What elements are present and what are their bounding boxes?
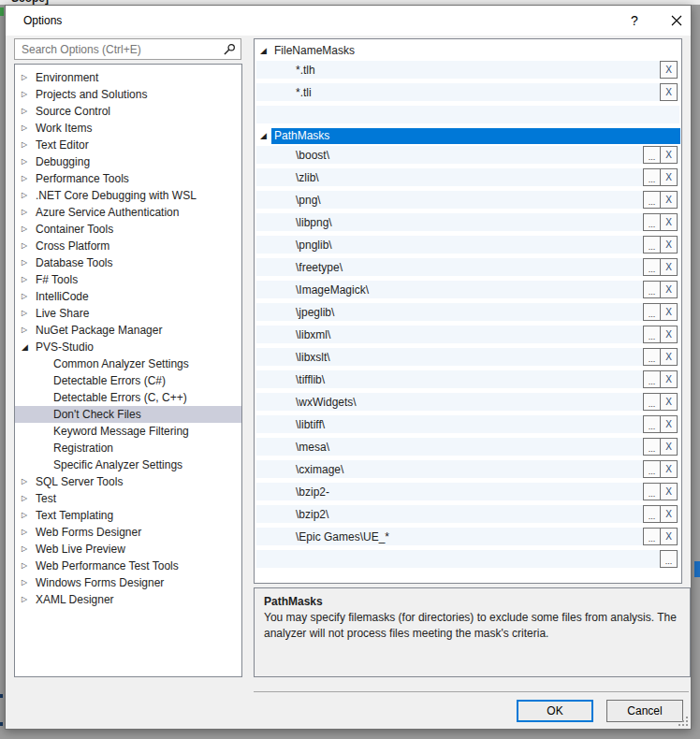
mask-row[interactable]: \libtiff\...X [256,415,679,433]
mask-value[interactable]: \libxml\ [296,328,330,341]
tree-item-sql-server-tools[interactable]: ▷SQL Server Tools [15,473,241,490]
mask-row[interactable]: \Epic Games\UE_*...X [256,528,679,545]
chevron-collapsed-icon[interactable]: ▷ [22,86,36,103]
browse-button[interactable]: ... [643,281,661,298]
mask-value[interactable]: \pnglib\ [296,239,332,252]
remove-button[interactable]: X [660,348,678,366]
browse-button[interactable]: ... [643,415,661,433]
chevron-collapsed-icon[interactable]: ▷ [22,591,36,608]
browse-button[interactable]: ... [643,146,661,164]
tree-item-don-t-check-files[interactable]: Don't Check Files [15,406,241,423]
chevron-collapsed-icon[interactable]: ▷ [22,120,36,137]
mask-value[interactable]: *.tlh [296,64,315,77]
tree-item-f-tools[interactable]: ▷F# Tools [15,271,241,288]
mask-value[interactable]: \ImageMagick\ [296,283,369,297]
chevron-collapsed-icon[interactable]: ▷ [22,137,36,153]
chevron-collapsed-icon[interactable]: ▷ [22,305,36,322]
chevron-collapsed-icon[interactable]: ▷ [22,558,36,574]
chevron-expanded-icon[interactable]: ◢ [22,339,36,355]
chevron-collapsed-icon[interactable]: ▷ [22,103,36,120]
mask-value[interactable]: \png\ [296,194,321,207]
mask-value[interactable]: \wxWidgets\ [296,396,357,409]
mask-value[interactable]: \zlib\ [296,171,319,184]
mask-value[interactable]: *.tli [296,86,312,99]
help-button[interactable]: ? [621,9,648,32]
tree-item-windows-forms-designer[interactable]: ▷Windows Forms Designer [15,574,241,591]
tree-item-pvs-studio[interactable]: ◢PVS-Studio [15,339,241,355]
chevron-collapsed-icon[interactable]: ▷ [22,507,36,524]
remove-button[interactable]: X [660,370,678,388]
tree-item-debugging[interactable]: ▷Debugging [15,153,241,170]
tree-item-projects-and-solutions[interactable]: ▷Projects and Solutions [15,86,241,103]
resize-grip-icon[interactable] [677,715,688,726]
search-input[interactable] [20,41,215,58]
tree-item-test[interactable]: ▷Test [15,490,241,507]
remove-button[interactable]: X [660,326,678,343]
remove-button[interactable]: X [660,460,678,478]
tree-item-azure-service-authentication[interactable]: ▷Azure Service Authentication [15,204,241,221]
cancel-button[interactable]: Cancel [606,700,683,722]
remove-button[interactable]: X [660,505,678,523]
mask-value[interactable]: \freetype\ [296,261,343,274]
mask-row[interactable]: *.tliX [256,83,679,101]
tree-item-performance-tools[interactable]: ▷Performance Tools [15,170,241,187]
section-header-pathmasks[interactable]: ◢PathMasks [255,128,680,143]
remove-button[interactable]: X [660,83,678,101]
remove-button[interactable]: X [660,438,678,456]
mask-value[interactable]: \cximage\ [296,463,343,476]
browse-button[interactable]: ... [643,326,661,343]
browse-button[interactable]: ... [643,213,661,231]
mask-row[interactable]: \freetype\...X [256,258,679,276]
tree-item-web-live-preview[interactable]: ▷Web Live Preview [15,541,241,558]
mask-row[interactable]: ... [256,550,679,568]
browse-button[interactable]: ... [643,483,661,500]
browse-button[interactable]: ... [643,258,661,276]
tree-item-text-templating[interactable]: ▷Text Templating [15,507,241,524]
tree-item-source-control[interactable]: ▷Source Control [15,103,241,120]
remove-button[interactable]: X [660,236,678,254]
mask-value[interactable]: \libpng\ [296,216,332,229]
mask-row[interactable]: \libxslt\...X [256,348,679,366]
chevron-collapsed-icon[interactable]: ▷ [22,524,36,541]
section-expanded-icon[interactable]: ◢ [260,46,271,55]
chevron-collapsed-icon[interactable]: ▷ [22,574,36,591]
remove-button[interactable]: X [660,146,678,164]
tree-item-registration[interactable]: Registration [15,440,241,456]
chevron-collapsed-icon[interactable]: ▷ [22,254,36,271]
remove-button[interactable]: X [660,61,678,79]
mask-row[interactable]: \png\...X [256,191,679,209]
tree-item-container-tools[interactable]: ▷Container Tools [15,221,241,238]
tree-item-specific-analyzer-settings[interactable]: Specific Analyzer Settings [15,456,241,473]
mask-row[interactable]: \cximage\...X [256,460,679,478]
tree-item-nuget-package-manager[interactable]: ▷NuGet Package Manager [15,322,241,339]
browse-button[interactable]: ... [643,168,661,186]
tree-item-work-items[interactable]: ▷Work Items [15,120,241,137]
tree-item-text-editor[interactable]: ▷Text Editor [15,137,241,153]
browse-button[interactable]: ... [643,393,661,411]
section-header-filenamemasks[interactable]: ◢FileNameMasks [255,43,680,58]
mask-value[interactable]: \Epic Games\UE_* [296,530,389,543]
mask-row[interactable]: \boost\...X [256,146,679,164]
tree-item-cross-platform[interactable]: ▷Cross Platform [15,238,241,254]
mask-row[interactable]: \wxWidgets\...X [256,393,679,411]
mask-value[interactable]: \bzip2\ [296,508,328,521]
chevron-collapsed-icon[interactable]: ▷ [22,204,36,221]
browse-button[interactable]: ... [643,348,661,366]
mask-row[interactable]: \libpng\...X [256,213,679,231]
chevron-collapsed-icon[interactable]: ▷ [22,288,36,305]
chevron-collapsed-icon[interactable]: ▷ [22,322,36,339]
mask-value[interactable]: \jpeglib\ [296,306,334,319]
tree-item-database-tools[interactable]: ▷Database Tools [15,254,241,271]
chevron-collapsed-icon[interactable]: ▷ [22,187,36,204]
remove-button[interactable]: X [660,393,678,411]
tree-item-environment[interactable]: ▷Environment [15,69,241,86]
tree-item-net-core-debugging-with-wsl[interactable]: ▷.NET Core Debugging with WSL [15,187,241,204]
mask-value[interactable]: \bzip2- [296,485,329,499]
close-button[interactable] [663,9,691,32]
chevron-collapsed-icon[interactable]: ▷ [22,271,36,288]
browse-button[interactable]: ... [643,505,661,523]
remove-button[interactable]: X [660,415,678,433]
mask-row[interactable] [256,106,679,123]
tree-item-keyword-message-filtering[interactable]: Keyword Message Filtering [15,423,241,440]
remove-button[interactable]: X [660,303,678,321]
